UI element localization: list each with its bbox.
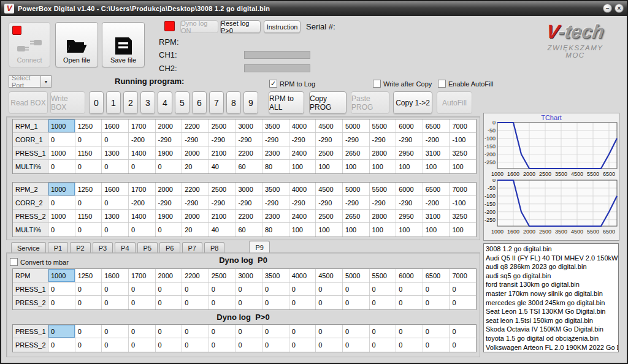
read-box-button[interactable]: Read BOX <box>9 91 48 114</box>
table-cell[interactable]: -290 <box>209 196 236 209</box>
table-cell[interactable]: 100 <box>289 160 316 173</box>
table-cell[interactable]: 0 <box>236 282 262 295</box>
table-cell[interactable]: 0 <box>129 338 156 352</box>
table-cell[interactable]: -290 <box>182 133 209 146</box>
table-cell[interactable]: 2100 <box>209 146 236 159</box>
table-cell[interactable]: 0 <box>396 296 423 309</box>
table-cell[interactable]: 0 <box>75 223 102 237</box>
table-cell[interactable]: 4500 <box>316 119 343 132</box>
table-cell[interactable]: 0 <box>236 325 262 338</box>
table-cell[interactable]: 2950 <box>396 146 423 159</box>
table-cell[interactable]: 0 <box>75 160 102 173</box>
table-cell[interactable]: 2000 <box>156 119 183 132</box>
table-cell[interactable]: 1700 <box>129 119 156 132</box>
table-cell[interactable]: 7000 <box>450 183 476 195</box>
table-cell[interactable]: 0 <box>262 282 289 295</box>
table-cell[interactable]: 1250 <box>75 119 102 132</box>
table-cell[interactable]: 4000 <box>289 183 316 195</box>
table-cell[interactable]: 0 <box>129 325 156 338</box>
select-port-dropdown[interactable]: Select Port ▼ <box>9 75 52 88</box>
table-cell[interactable]: -290 <box>396 133 423 146</box>
dyno-log-on-button[interactable]: Dyno log ON <box>180 20 218 33</box>
table-cell[interactable]: -290 <box>289 133 316 146</box>
table-cell[interactable]: 2400 <box>289 146 316 159</box>
table-cell[interactable]: 0 <box>48 133 75 146</box>
digit-button-1[interactable]: 1 <box>106 91 121 114</box>
table-cell[interactable]: 0 <box>48 296 75 309</box>
table-cell[interactable]: 0 <box>316 296 343 309</box>
table-cell[interactable]: 5000 <box>343 183 370 195</box>
table-cell[interactable]: 2200 <box>236 210 262 222</box>
table-cell[interactable]: 2200 <box>182 183 209 195</box>
chevron-down-icon[interactable]: ▼ <box>40 76 51 87</box>
table-cell[interactable]: 0 <box>102 338 129 352</box>
table-cell[interactable]: 2100 <box>209 210 236 222</box>
table-cell[interactable]: 2200 <box>182 269 209 282</box>
table-cell[interactable]: 4000 <box>289 269 316 282</box>
table-cell[interactable]: 100 <box>396 223 423 237</box>
table-cell[interactable]: 80 <box>262 223 289 237</box>
file-list-item[interactable]: master 170km nowy silnik go digital.bin <box>484 289 618 298</box>
table-cell[interactable]: 2000 <box>156 269 183 282</box>
table-cell[interactable]: 6000 <box>396 269 423 282</box>
table-cell[interactable]: 100 <box>450 160 476 173</box>
file-list-item[interactable]: Volkswagen Arteon FL 2.0 190KM 2022 Go D… <box>484 343 618 352</box>
table-cell[interactable]: 0 <box>156 223 183 237</box>
file-list-item[interactable]: Skoda Octavia IV 150KM Go Digital.bin <box>484 325 618 334</box>
table-cell[interactable]: 0 <box>129 282 156 295</box>
digit-button-6[interactable]: 6 <box>192 91 207 114</box>
table-cell[interactable]: 5500 <box>370 183 397 195</box>
table-cell[interactable]: -290 <box>209 133 236 146</box>
instruction-button[interactable]: Instruction <box>264 20 301 33</box>
table-cell[interactable]: 2000 <box>182 210 209 222</box>
table-cell[interactable]: -290 <box>262 196 289 209</box>
digit-button-7[interactable]: 7 <box>209 91 224 114</box>
table-cell[interactable]: 5000 <box>343 269 370 282</box>
file-list-item[interactable]: audi q8 286km 2023 go digital.bin <box>484 262 618 271</box>
table-cell[interactable]: 100 <box>370 223 397 237</box>
table-cell[interactable]: 4500 <box>316 183 343 195</box>
table-cell[interactable]: 0 <box>343 338 370 352</box>
tab-p4[interactable]: P4 <box>115 242 135 253</box>
table-cell[interactable]: 0 <box>262 325 289 338</box>
table-cell[interactable]: 0 <box>75 325 102 338</box>
table-cell[interactable]: 0 <box>75 338 102 352</box>
table-cell[interactable]: 2000 <box>156 183 183 195</box>
table-cell[interactable]: 1000 <box>48 183 75 195</box>
table-cell[interactable]: 1700 <box>129 183 156 195</box>
table-cell[interactable]: 2300 <box>262 210 289 222</box>
table-cell[interactable]: 2000 <box>182 146 209 159</box>
table-cell[interactable]: 0 <box>182 325 209 338</box>
table-cell[interactable]: 0 <box>75 282 102 295</box>
table-cell[interactable]: 1700 <box>129 269 156 282</box>
write-after-copy-checkbox[interactable] <box>373 80 381 88</box>
table-cell[interactable]: 3250 <box>450 146 476 159</box>
table-cell[interactable]: 0 <box>48 196 75 209</box>
table-cell[interactable]: 3000 <box>236 269 262 282</box>
table-cell[interactable]: 1400 <box>129 210 156 222</box>
connect-button[interactable]: Connect <box>9 22 50 67</box>
table-cell[interactable]: 6500 <box>423 269 450 282</box>
table-cell[interactable]: 40 <box>209 223 236 237</box>
table-cell[interactable]: 0 <box>262 296 289 309</box>
write-box-button[interactable]: Write BOX <box>50 91 85 114</box>
tab-p1[interactable]: P1 <box>48 242 68 253</box>
table-cell[interactable]: 100 <box>450 223 476 237</box>
table-cell[interactable]: -100 <box>450 196 476 209</box>
table-cell[interactable]: 0 <box>48 325 75 338</box>
table-cell[interactable]: -200 <box>423 133 450 146</box>
table-cell[interactable]: 0 <box>450 325 476 338</box>
table-cell[interactable]: 100 <box>343 223 370 237</box>
table-cell[interactable]: -290 <box>182 196 209 209</box>
table-cell[interactable]: 2400 <box>289 210 316 222</box>
table-cell[interactable]: -290 <box>156 133 183 146</box>
table-cell[interactable]: 5500 <box>370 269 397 282</box>
tab-p3[interactable]: P3 <box>93 242 113 253</box>
digit-button-5[interactable]: 5 <box>175 91 190 114</box>
table-cell[interactable]: 0 <box>370 325 397 338</box>
paste-prog-button[interactable]: Paste PROG <box>351 91 389 114</box>
table-cell[interactable]: 0 <box>423 325 450 338</box>
table-cell[interactable]: 5500 <box>370 119 397 132</box>
table-cell[interactable]: 0 <box>370 296 397 309</box>
table-cell[interactable]: -290 <box>289 196 316 209</box>
